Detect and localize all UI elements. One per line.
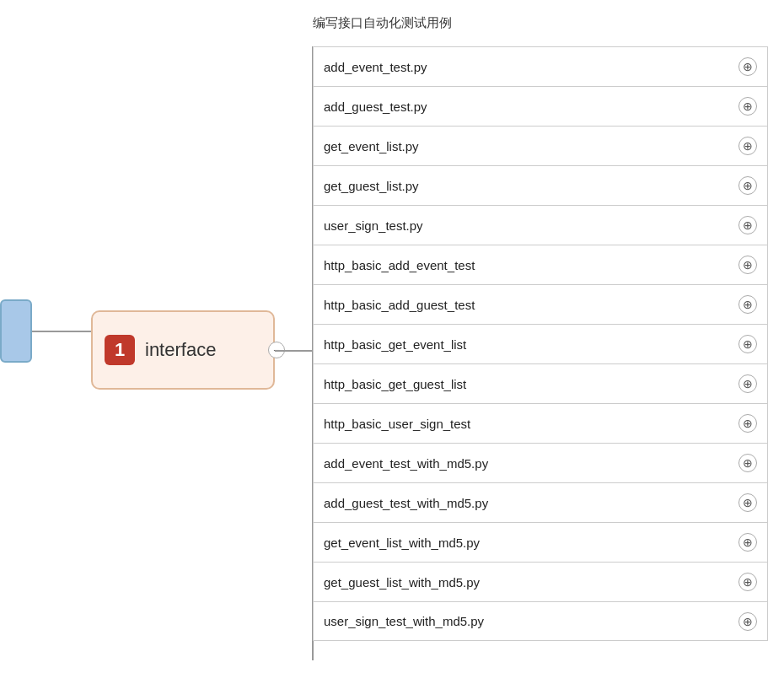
expand-button[interactable]: ⊕ bbox=[738, 137, 757, 155]
list-item-text: add_guest_test_with_md5.py bbox=[324, 496, 738, 510]
list-item: http_basic_add_event_test⊕ bbox=[313, 245, 768, 284]
list-item-text: http_basic_add_event_test bbox=[324, 258, 738, 272]
list-item-text: add_event_test.py bbox=[324, 60, 738, 74]
interface-label: interface bbox=[145, 339, 216, 361]
list-item: add_event_test_with_md5.py⊕ bbox=[313, 443, 768, 482]
list-item: add_event_test.py⊕ bbox=[313, 46, 768, 86]
list-item: add_guest_test_with_md5.py⊕ bbox=[313, 482, 768, 522]
expand-button[interactable]: ⊕ bbox=[738, 176, 757, 195]
connector-left bbox=[32, 331, 91, 332]
list-item-text: add_guest_test.py bbox=[324, 100, 738, 114]
list-item-text: http_basic_get_guest_list bbox=[324, 377, 738, 391]
interface-badge: 1 bbox=[105, 335, 135, 365]
canvas: 1 interface − 编写接口自动化测试用例 add_event_test… bbox=[0, 0, 784, 673]
expand-button[interactable]: ⊕ bbox=[738, 97, 757, 116]
list-item: add_guest_test.py⊕ bbox=[313, 86, 768, 126]
list-item-text: http_basic_user_sign_test bbox=[324, 417, 738, 431]
expand-button[interactable]: ⊕ bbox=[738, 295, 757, 314]
list-item: user_sign_test_with_md5.py⊕ bbox=[313, 601, 768, 641]
expand-button[interactable]: ⊕ bbox=[738, 57, 757, 76]
list-container: add_event_test.py⊕add_guest_test.py⊕get_… bbox=[313, 46, 768, 641]
list-item: get_guest_list.py⊕ bbox=[313, 165, 768, 205]
list-item-text: get_guest_list_with_md5.py bbox=[324, 575, 738, 590]
expand-button[interactable]: ⊕ bbox=[738, 216, 757, 234]
list-item-text: get_event_list.py bbox=[324, 139, 738, 153]
expand-button[interactable]: ⊕ bbox=[738, 493, 757, 512]
list-item-text: get_event_list_with_md5.py bbox=[324, 536, 738, 550]
expand-button[interactable]: ⊕ bbox=[738, 454, 757, 472]
expand-button[interactable]: ⊕ bbox=[738, 414, 757, 433]
list-item: get_event_list.py⊕ bbox=[313, 126, 768, 165]
list-item: get_event_list_with_md5.py⊕ bbox=[313, 522, 768, 562]
list-item-text: get_guest_list.py bbox=[324, 179, 738, 193]
list-item-text: http_basic_get_event_list bbox=[324, 337, 738, 352]
list-item-text: user_sign_test.py bbox=[324, 218, 738, 233]
expand-button[interactable]: ⊕ bbox=[738, 612, 757, 631]
list-header: 编写接口自动化测试用例 bbox=[313, 15, 734, 31]
list-item: http_basic_add_guest_test⊕ bbox=[313, 284, 768, 324]
expand-button[interactable]: ⊕ bbox=[738, 573, 757, 591]
list-item: user_sign_test.py⊕ bbox=[313, 205, 768, 245]
list-item: http_basic_user_sign_test⊕ bbox=[313, 403, 768, 443]
expand-button[interactable]: ⊕ bbox=[738, 256, 757, 274]
connector-right bbox=[275, 350, 313, 352]
list-item: get_guest_list_with_md5.py⊕ bbox=[313, 562, 768, 601]
interface-node: 1 interface − bbox=[91, 310, 275, 390]
expand-button[interactable]: ⊕ bbox=[738, 374, 757, 393]
list-item: http_basic_get_event_list⊕ bbox=[313, 324, 768, 363]
expand-button[interactable]: ⊕ bbox=[738, 533, 757, 552]
list-item-text: user_sign_test_with_md5.py bbox=[324, 614, 738, 628]
expand-button[interactable]: ⊕ bbox=[738, 335, 757, 353]
left-node bbox=[0, 299, 32, 363]
list-item-text: http_basic_add_guest_test bbox=[324, 298, 738, 312]
list-item-text: add_event_test_with_md5.py bbox=[324, 456, 738, 471]
list-item: http_basic_get_guest_list⊕ bbox=[313, 363, 768, 403]
